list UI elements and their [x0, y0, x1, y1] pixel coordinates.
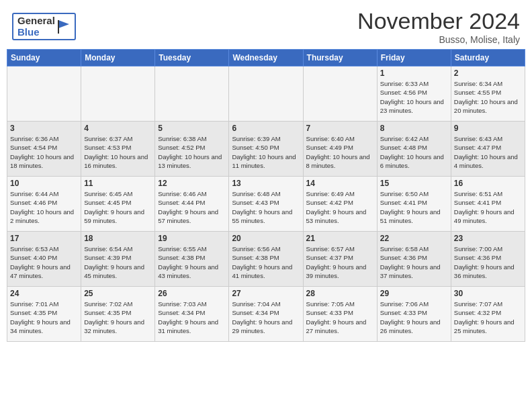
logo: General Blue [12, 13, 76, 40]
calendar-cell: 20Sunrise: 6:56 AM Sunset: 4:38 PM Dayli… [229, 232, 303, 287]
calendar-header-row: Sunday Monday Tuesday Wednesday Thursday… [7, 50, 525, 66]
calendar-cell: 22Sunrise: 6:58 AM Sunset: 4:36 PM Dayli… [377, 232, 451, 287]
day-number: 14 [306, 179, 374, 188]
calendar-cell: 24Sunrise: 7:01 AM Sunset: 4:35 PM Dayli… [7, 287, 81, 342]
calendar-cell: 25Sunrise: 7:02 AM Sunset: 4:35 PM Dayli… [81, 287, 155, 342]
day-info: Sunrise: 6:46 AM Sunset: 4:44 PM Dayligh… [158, 189, 226, 225]
calendar-cell: 5Sunrise: 6:38 AM Sunset: 4:52 PM Daylig… [155, 122, 229, 177]
day-number: 13 [232, 179, 300, 188]
col-wednesday: Wednesday [229, 50, 303, 66]
calendar-cell: 30Sunrise: 7:07 AM Sunset: 4:32 PM Dayli… [451, 287, 525, 342]
day-info: Sunrise: 7:06 AM Sunset: 4:33 PM Dayligh… [380, 300, 448, 335]
col-tuesday: Tuesday [155, 50, 229, 66]
calendar-cell [303, 66, 377, 122]
col-monday: Monday [81, 50, 155, 66]
day-number: 1 [380, 68, 448, 78]
day-info: Sunrise: 6:36 AM Sunset: 4:54 PM Dayligh… [10, 134, 78, 170]
calendar-cell [229, 66, 303, 122]
title-section: November 2024 Busso, Molise, Italy [357, 8, 520, 45]
day-info: Sunrise: 7:05 AM Sunset: 4:33 PM Dayligh… [306, 300, 374, 335]
calendar-week-row: 17Sunrise: 6:53 AM Sunset: 4:40 PM Dayli… [7, 232, 525, 287]
calendar-cell [7, 66, 81, 122]
calendar-cell: 7Sunrise: 6:40 AM Sunset: 4:49 PM Daylig… [303, 122, 377, 177]
day-info: Sunrise: 6:39 AM Sunset: 4:50 PM Dayligh… [232, 134, 300, 170]
day-info: Sunrise: 6:44 AM Sunset: 4:46 PM Dayligh… [10, 189, 78, 225]
day-info: Sunrise: 7:03 AM Sunset: 4:34 PM Dayligh… [158, 300, 226, 335]
calendar-week-row: 1Sunrise: 6:33 AM Sunset: 4:56 PM Daylig… [7, 66, 525, 122]
calendar-week-row: 3Sunrise: 6:36 AM Sunset: 4:54 PM Daylig… [7, 122, 525, 177]
day-number: 19 [158, 234, 226, 243]
day-number: 16 [454, 179, 522, 188]
calendar-cell: 17Sunrise: 6:53 AM Sunset: 4:40 PM Dayli… [7, 232, 81, 287]
svg-marker-0 [58, 20, 69, 28]
calendar-cell: 21Sunrise: 6:57 AM Sunset: 4:37 PM Dayli… [303, 232, 377, 287]
day-info: Sunrise: 7:07 AM Sunset: 4:32 PM Dayligh… [454, 300, 522, 335]
logo-container: General Blue [12, 13, 76, 40]
calendar-cell [81, 66, 155, 122]
calendar-cell: 13Sunrise: 6:48 AM Sunset: 4:43 PM Dayli… [229, 177, 303, 232]
day-number: 15 [380, 179, 448, 188]
month-title: November 2024 [357, 8, 520, 34]
calendar-cell: 6Sunrise: 6:39 AM Sunset: 4:50 PM Daylig… [229, 122, 303, 177]
day-number: 25 [84, 289, 152, 298]
calendar-cell [155, 66, 229, 122]
day-info: Sunrise: 6:55 AM Sunset: 4:38 PM Dayligh… [158, 244, 226, 280]
col-sunday: Sunday [7, 50, 81, 66]
col-friday: Friday [377, 50, 451, 66]
day-number: 5 [158, 124, 226, 133]
calendar-cell: 3Sunrise: 6:36 AM Sunset: 4:54 PM Daylig… [7, 122, 81, 177]
day-number: 7 [306, 124, 374, 133]
day-number: 12 [158, 179, 226, 188]
col-saturday: Saturday [451, 50, 525, 66]
calendar-cell: 10Sunrise: 6:44 AM Sunset: 4:46 PM Dayli… [7, 177, 81, 232]
calendar-cell: 29Sunrise: 7:06 AM Sunset: 4:33 PM Dayli… [377, 287, 451, 342]
day-number: 8 [380, 124, 448, 133]
day-number: 20 [232, 234, 300, 243]
calendar-cell: 18Sunrise: 6:54 AM Sunset: 4:39 PM Dayli… [81, 232, 155, 287]
day-info: Sunrise: 7:04 AM Sunset: 4:34 PM Dayligh… [232, 300, 300, 335]
day-number: 18 [84, 234, 152, 243]
calendar-cell: 9Sunrise: 6:43 AM Sunset: 4:47 PM Daylig… [451, 122, 525, 177]
calendar-cell: 23Sunrise: 7:00 AM Sunset: 4:36 PM Dayli… [451, 232, 525, 287]
day-info: Sunrise: 6:48 AM Sunset: 4:43 PM Dayligh… [232, 189, 300, 225]
logo-text-blue: Blue [17, 27, 55, 38]
day-number: 30 [454, 289, 522, 298]
calendar-cell: 19Sunrise: 6:55 AM Sunset: 4:38 PM Dayli… [155, 232, 229, 287]
day-info: Sunrise: 6:50 AM Sunset: 4:41 PM Dayligh… [380, 189, 448, 225]
day-number: 11 [84, 179, 152, 188]
calendar-cell: 1Sunrise: 6:33 AM Sunset: 4:56 PM Daylig… [377, 66, 451, 122]
day-info: Sunrise: 7:01 AM Sunset: 4:35 PM Dayligh… [10, 300, 78, 335]
day-info: Sunrise: 6:33 AM Sunset: 4:56 PM Dayligh… [380, 79, 448, 115]
calendar-cell: 27Sunrise: 7:04 AM Sunset: 4:34 PM Dayli… [229, 287, 303, 342]
day-number: 26 [158, 289, 226, 298]
day-info: Sunrise: 6:38 AM Sunset: 4:52 PM Dayligh… [158, 134, 226, 170]
day-info: Sunrise: 7:02 AM Sunset: 4:35 PM Dayligh… [84, 300, 152, 335]
day-number: 2 [454, 68, 522, 78]
calendar-cell: 8Sunrise: 6:42 AM Sunset: 4:48 PM Daylig… [377, 122, 451, 177]
calendar-week-row: 24Sunrise: 7:01 AM Sunset: 4:35 PM Dayli… [7, 287, 525, 342]
calendar-cell: 14Sunrise: 6:49 AM Sunset: 4:42 PM Dayli… [303, 177, 377, 232]
day-info: Sunrise: 6:51 AM Sunset: 4:41 PM Dayligh… [454, 189, 522, 225]
calendar-cell: 15Sunrise: 6:50 AM Sunset: 4:41 PM Dayli… [377, 177, 451, 232]
day-number: 10 [10, 179, 78, 188]
calendar-cell: 4Sunrise: 6:37 AM Sunset: 4:53 PM Daylig… [81, 122, 155, 177]
day-number: 23 [454, 234, 522, 243]
day-info: Sunrise: 6:40 AM Sunset: 4:49 PM Dayligh… [306, 134, 374, 170]
calendar-week-row: 10Sunrise: 6:44 AM Sunset: 4:46 PM Dayli… [7, 177, 525, 232]
day-info: Sunrise: 6:56 AM Sunset: 4:38 PM Dayligh… [232, 244, 300, 280]
day-info: Sunrise: 6:49 AM Sunset: 4:42 PM Dayligh… [306, 189, 374, 225]
day-info: Sunrise: 6:34 AM Sunset: 4:55 PM Dayligh… [454, 79, 522, 115]
day-info: Sunrise: 6:58 AM Sunset: 4:36 PM Dayligh… [380, 244, 448, 280]
day-info: Sunrise: 6:37 AM Sunset: 4:53 PM Dayligh… [84, 134, 152, 170]
day-number: 9 [454, 124, 522, 133]
day-number: 3 [10, 124, 78, 133]
day-number: 29 [380, 289, 448, 298]
calendar-cell: 28Sunrise: 7:05 AM Sunset: 4:33 PM Dayli… [303, 287, 377, 342]
day-info: Sunrise: 6:53 AM Sunset: 4:40 PM Dayligh… [10, 244, 78, 280]
calendar-cell: 16Sunrise: 6:51 AM Sunset: 4:41 PM Dayli… [451, 177, 525, 232]
day-info: Sunrise: 6:42 AM Sunset: 4:48 PM Dayligh… [380, 134, 448, 170]
day-number: 28 [306, 289, 374, 298]
day-info: Sunrise: 7:00 AM Sunset: 4:36 PM Dayligh… [454, 244, 522, 280]
day-info: Sunrise: 6:57 AM Sunset: 4:37 PM Dayligh… [306, 244, 374, 280]
day-number: 17 [10, 234, 78, 243]
